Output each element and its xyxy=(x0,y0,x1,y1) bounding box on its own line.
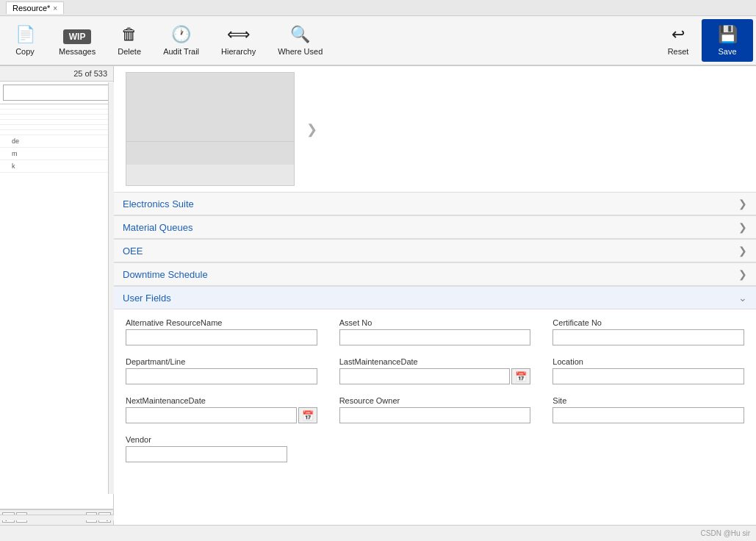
asset-no-field: Asset No xyxy=(339,318,531,345)
next-maint-date-label: NextMaintenanceDate xyxy=(126,396,317,405)
reset-button[interactable]: ↩ Reset xyxy=(656,19,700,62)
next-maint-date-input[interactable] xyxy=(126,407,297,423)
image-row-1 xyxy=(126,141,294,165)
sidebar-count: 25 of 533 xyxy=(0,66,113,82)
where-used-label: Where Used xyxy=(278,47,323,56)
last-maint-date-label: LastMaintenanceDate xyxy=(339,357,531,366)
messages-label: Messages xyxy=(59,47,96,56)
main-layout: 25 of 533 🔄 de m k |◀ ◀ ▶ ▶| xyxy=(0,66,756,525)
messages-icon: WIP xyxy=(63,25,92,44)
last-maint-calendar-button[interactable]: 📅 xyxy=(511,368,530,384)
dept-line-field: Departmant/Line xyxy=(126,357,317,384)
chevron-right-icon: ❯ xyxy=(738,268,747,280)
site-field: Site xyxy=(552,396,744,423)
save-icon: 💾 xyxy=(718,25,738,44)
section-downtime[interactable]: Downtime Schedule ❯ xyxy=(114,262,756,286)
resource-owner-input[interactable] xyxy=(339,407,531,423)
list-item[interactable] xyxy=(0,115,113,120)
watermark: CSDN @Hu sir xyxy=(701,529,750,537)
list-item[interactable] xyxy=(0,120,113,125)
form-row-4: Vendor xyxy=(126,435,744,462)
dept-line-input[interactable] xyxy=(126,368,317,384)
wip-badge: WIP xyxy=(63,29,92,44)
resource-owner-label: Resource Owner xyxy=(339,396,531,405)
last-maint-date-input[interactable] xyxy=(339,368,511,384)
copy-label: Copy xyxy=(15,47,35,56)
title-bar: Resource* × xyxy=(0,0,756,16)
title-tab[interactable]: Resource* × xyxy=(6,1,64,14)
form-row-2: Departmant/Line LastMaintenanceDate 📅 Lo… xyxy=(126,357,744,384)
location-input[interactable] xyxy=(552,368,744,384)
certificate-no-field: Certificate No xyxy=(552,318,744,345)
toolbar-spacer xyxy=(334,19,655,62)
section-electronics[interactable]: Electronics Suite ❯ xyxy=(114,192,756,215)
list-item[interactable] xyxy=(0,125,113,130)
list-item[interactable] xyxy=(0,130,113,135)
form-row-1: Alternative ResourceName Asset No Certif… xyxy=(126,318,744,345)
certificate-no-input[interactable] xyxy=(552,329,744,345)
alt-resource-name-field: Alternative ResourceName xyxy=(126,318,317,345)
chevron-right-icon: ❯ xyxy=(738,245,747,257)
reset-label: Reset xyxy=(668,47,689,56)
sidebar-h-scrollbar[interactable] xyxy=(0,515,114,520)
sidebar-scrollbar[interactable] xyxy=(108,82,114,494)
title-tab-label: Resource* xyxy=(12,4,50,12)
chevron-right-icon: ❯ xyxy=(738,221,747,233)
copy-button[interactable]: 📄 Copy xyxy=(3,19,47,62)
hierarchy-button[interactable]: ⟺ Hierarchy xyxy=(211,19,266,62)
list-item[interactable] xyxy=(0,110,113,115)
delete-icon: 🗑 xyxy=(121,25,137,44)
where-used-button[interactable]: 🔍 Where Used xyxy=(267,19,333,62)
section-material[interactable]: Material Queues ❯ xyxy=(114,215,756,239)
save-label: Save xyxy=(718,47,736,56)
audit-trail-label: Audit Trail xyxy=(163,47,199,56)
chevron-down-icon: ⌄ xyxy=(738,292,747,304)
asset-no-input[interactable] xyxy=(339,329,531,345)
section-material-label: Material Queues xyxy=(123,222,192,233)
sidebar-search-bar: 🔄 xyxy=(0,82,113,104)
alt-resource-name-label: Alternative ResourceName xyxy=(126,318,317,327)
vendor-label: Vendor xyxy=(126,435,287,444)
toolbar: 📄 Copy WIP Messages 🗑 Delete 🕐 Audit Tra… xyxy=(0,16,756,66)
section-oee[interactable]: OEE ❯ xyxy=(114,239,756,262)
search-input[interactable] xyxy=(3,85,112,101)
site-label: Site xyxy=(552,396,744,405)
image-box xyxy=(126,72,295,186)
section-userfields[interactable]: User Fields ⌄ xyxy=(114,286,756,309)
location-field: Location xyxy=(552,357,744,384)
messages-button[interactable]: WIP Messages xyxy=(48,19,106,62)
content-area: ❯ Electronics Suite ❯ Material Queues ❯ … xyxy=(114,66,756,525)
copy-icon: 📄 xyxy=(15,25,35,44)
title-tab-close[interactable]: × xyxy=(53,4,57,12)
asset-no-label: Asset No xyxy=(339,318,531,327)
certificate-no-label: Certificate No xyxy=(552,318,744,327)
delete-button[interactable]: 🗑 Delete xyxy=(107,19,151,62)
alt-resource-name-input[interactable] xyxy=(126,329,317,345)
audit-trail-icon: 🕐 xyxy=(171,25,191,44)
list-item[interactable]: k xyxy=(0,160,113,173)
image-area: ❯ xyxy=(114,66,756,192)
delete-label: Delete xyxy=(118,47,141,56)
hierarchy-icon: ⟺ xyxy=(227,25,251,44)
audit-trail-button[interactable]: 🕐 Audit Trail xyxy=(153,19,209,62)
where-used-icon: 🔍 xyxy=(290,25,310,44)
sidebar: 25 of 533 🔄 de m k |◀ ◀ ▶ ▶| xyxy=(0,66,114,525)
sidebar-list: de m k xyxy=(0,104,113,509)
last-maint-date-picker: 📅 xyxy=(339,368,531,384)
section-userfields-label: User Fields xyxy=(123,293,171,304)
chevron-right-icon: ❯ xyxy=(738,198,747,209)
site-input[interactable] xyxy=(552,407,744,423)
image-row-2 xyxy=(126,165,294,185)
save-button[interactable]: 💾 Save xyxy=(702,19,753,62)
list-item[interactable]: de xyxy=(0,135,113,148)
next-maint-date-picker: 📅 xyxy=(126,407,317,423)
list-item[interactable]: m xyxy=(0,148,113,160)
reset-icon: ↩ xyxy=(672,25,685,44)
form-row-3: NextMaintenanceDate 📅 Resource Owner Sit… xyxy=(126,396,744,423)
hierarchy-label: Hierarchy xyxy=(221,47,256,56)
section-oee-label: OEE xyxy=(123,246,143,257)
vendor-input[interactable] xyxy=(126,446,287,462)
list-item[interactable] xyxy=(0,104,113,110)
user-fields-content: Alternative ResourceName Asset No Certif… xyxy=(114,309,756,483)
next-maint-calendar-button[interactable]: 📅 xyxy=(298,407,317,423)
